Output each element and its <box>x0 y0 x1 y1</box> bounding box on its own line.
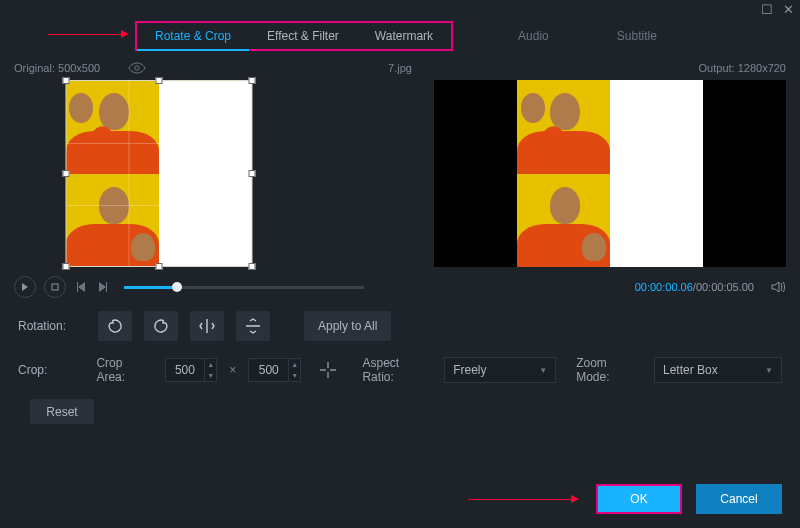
crop-handle-tr[interactable] <box>249 77 256 84</box>
footer: OK Cancel <box>468 484 782 514</box>
play-button[interactable] <box>14 276 36 298</box>
source-preview[interactable] <box>14 80 304 267</box>
current-time: 00:00:00.06 <box>635 281 693 293</box>
ok-button[interactable]: OK <box>596 484 682 514</box>
annotation-arrow-tabs <box>48 34 128 35</box>
crop-width-stepper[interactable]: 500 ▲▼ <box>165 358 218 382</box>
crop-width-value: 500 <box>166 363 205 377</box>
flip-vertical-button[interactable] <box>236 311 270 341</box>
rotation-label: Rotation: <box>18 319 86 333</box>
svg-rect-1 <box>52 284 58 290</box>
close-button[interactable]: ✕ <box>783 4 794 16</box>
dimension-times: × <box>229 363 236 377</box>
prev-frame-button[interactable] <box>74 280 88 294</box>
tab-rotate-crop[interactable]: Rotate & Crop <box>137 21 249 51</box>
crop-rectangle[interactable] <box>66 80 253 267</box>
apply-to-all-button[interactable]: Apply to All <box>304 311 391 341</box>
crop-handle-br[interactable] <box>249 263 256 270</box>
reset-row: Reset <box>18 399 782 424</box>
tab-effect-filter[interactable]: Effect & Filter <box>249 21 357 51</box>
tab-watermark[interactable]: Watermark <box>357 21 451 51</box>
preview-row <box>0 80 800 267</box>
stop-button[interactable] <box>44 276 66 298</box>
crop-handle-tm[interactable] <box>155 77 162 84</box>
info-row: Original: 500x500 7.jpg Output: 1280x720 <box>0 56 800 80</box>
crop-handle-ml[interactable] <box>63 170 70 177</box>
time-display: 00:00:00.06/00:00:05.00 <box>635 281 754 293</box>
crop-handle-bl[interactable] <box>63 263 70 270</box>
aspect-ratio-value: Freely <box>453 363 486 377</box>
seek-thumb[interactable] <box>172 282 182 292</box>
crop-handle-mr[interactable] <box>249 170 256 177</box>
filename: 7.jpg <box>0 62 800 74</box>
zoom-mode-select[interactable]: Letter Box ▼ <box>654 357 782 383</box>
reset-button[interactable]: Reset <box>30 399 94 424</box>
crop-handle-bm[interactable] <box>155 263 162 270</box>
chevron-down-icon: ▼ <box>765 366 773 375</box>
cancel-button[interactable]: Cancel <box>696 484 782 514</box>
tabs-row: Rotate & Crop Effect & Filter Watermark … <box>0 20 800 52</box>
crop-area-label: Crop Area: <box>96 356 152 384</box>
aspect-ratio-label: Aspect Ratio: <box>362 356 432 384</box>
crop-height-up[interactable]: ▲ <box>288 359 300 370</box>
crop-height-value: 500 <box>249 363 288 377</box>
tab-audio[interactable]: Audio <box>518 29 549 43</box>
rotation-row: Rotation: Apply to All <box>18 311 782 341</box>
controls-section: Rotation: Apply to All Crop: Crop Area: … <box>0 301 800 448</box>
rotate-ccw-button[interactable] <box>98 311 132 341</box>
tab-strip: Rotate & Crop Effect & Filter Watermark <box>135 20 453 52</box>
annotation-arrow-ok <box>468 499 578 500</box>
crop-row: Crop: Crop Area: 500 ▲▼ × 500 ▲▼ Aspect … <box>18 355 782 385</box>
annotation-tab-group: Rotate & Crop Effect & Filter Watermark <box>135 21 453 51</box>
duration: 00:00:05.00 <box>696 281 754 293</box>
crop-width-up[interactable]: ▲ <box>204 359 216 370</box>
transport-bar: 00:00:00.06/00:00:05.00 <box>0 267 800 301</box>
maximize-button[interactable]: ☐ <box>761 4 773 16</box>
zoom-mode-value: Letter Box <box>663 363 718 377</box>
volume-icon[interactable] <box>770 279 786 295</box>
tab-subtitle[interactable]: Subtitle <box>617 29 657 43</box>
crop-label: Crop: <box>18 363 84 377</box>
aspect-ratio-select[interactable]: Freely ▼ <box>444 357 556 383</box>
center-crop-button[interactable] <box>313 355 342 385</box>
crop-height-down[interactable]: ▼ <box>288 370 300 381</box>
zoom-mode-label: Zoom Mode: <box>576 356 642 384</box>
rotate-cw-button[interactable] <box>144 311 178 341</box>
seek-slider[interactable] <box>124 286 364 289</box>
crop-handle-tl[interactable] <box>63 77 70 84</box>
title-bar: ☐ ✕ <box>0 0 800 20</box>
flip-horizontal-button[interactable] <box>190 311 224 341</box>
crop-height-stepper[interactable]: 500 ▲▼ <box>248 358 301 382</box>
tab-strip-right: Audio Subtitle <box>518 29 657 43</box>
chevron-down-icon: ▼ <box>539 366 547 375</box>
crop-width-down[interactable]: ▼ <box>204 370 216 381</box>
output-preview <box>434 80 786 267</box>
next-frame-button[interactable] <box>96 280 110 294</box>
